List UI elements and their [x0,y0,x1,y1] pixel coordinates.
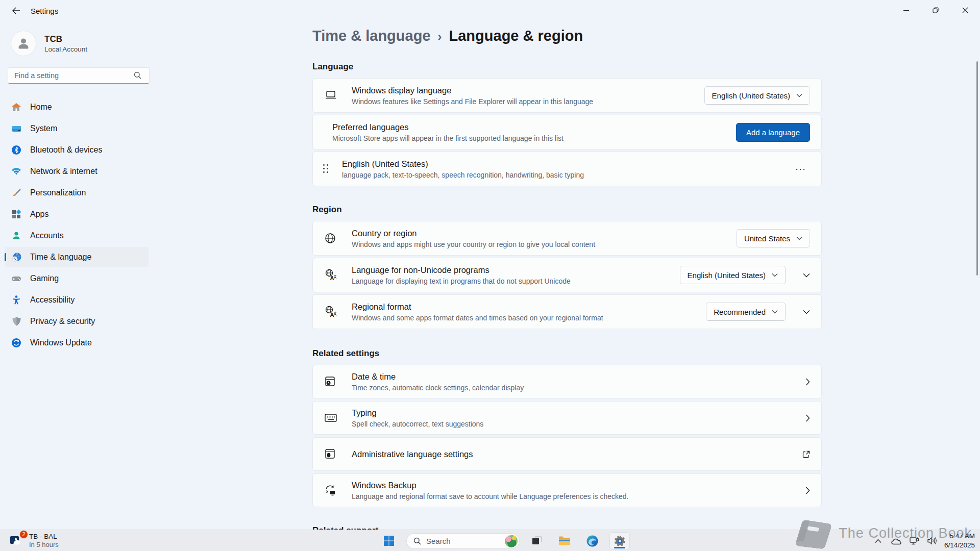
add-language-button[interactable]: Add a language [736,123,810,142]
chevron-down-icon [772,273,778,277]
task-view-icon [531,535,543,547]
row-preferred-languages: Preferred languages Microsoft Store apps… [312,115,822,149]
user-account[interactable]: TCB Local Account [5,27,149,67]
search-icon [413,537,421,545]
regional-format-dropdown[interactable]: Recommended [706,303,786,321]
bluetooth-icon [11,144,22,156]
sidebar-item-privacy-security[interactable]: Privacy & security [5,311,149,332]
sidebar-item-windows-update[interactable]: Windows Update [5,333,149,353]
settings-gear-icon [614,535,626,547]
avatar [11,31,36,56]
language-item-title: English (United States) [342,159,791,169]
restore-icon [933,7,939,13]
app-title: Settings [31,7,58,15]
row-non-unicode-language: A Language for non-Unicode programs Lang… [312,258,822,292]
section-heading-region: Region [312,205,980,215]
settings-app-button[interactable] [609,532,630,549]
sidebar-item-label: Personalization [30,188,86,197]
shield-icon [11,316,22,327]
dropdown-value: English (United States) [688,271,766,280]
breadcrumb-separator-icon: › [438,30,442,44]
restore-button[interactable] [921,0,950,20]
start-button[interactable] [379,532,399,549]
row-subtitle: Spell check, autocorrect, text suggestio… [352,420,798,428]
back-button[interactable] [7,4,24,17]
onedrive-cloud-icon[interactable] [891,534,902,547]
row-windows-display-language: Windows display language Windows feature… [312,78,822,113]
row-subtitle: Windows and some apps format dates and t… [352,314,706,322]
sidebar-item-apps[interactable]: Apps [5,204,149,224]
close-button[interactable] [950,0,980,20]
sidebar-item-label: Accounts [30,231,64,240]
language-list-item-english-us[interactable]: English (United States) language pack, t… [312,152,822,186]
sidebar-item-label: Apps [30,210,48,219]
volume-tray-icon[interactable] [926,534,938,547]
row-date-time[interactable]: Date & time Time zones, automatic clock … [312,365,822,398]
home-icon [11,102,22,113]
date-time-icon [324,375,341,388]
breadcrumb-parent[interactable]: Time & language [312,28,431,44]
non-unicode-dropdown[interactable]: English (United States) [680,266,786,284]
row-country-region: Country or region Windows and apps might… [312,221,822,256]
sidebar-item-accounts[interactable]: Accounts [5,226,149,246]
sidebar-item-label: Bluetooth & devices [30,145,102,155]
file-explorer-button[interactable] [554,532,575,549]
sidebar-item-accessibility[interactable]: Accessibility [5,290,149,310]
country-dropdown[interactable]: United States [737,229,810,247]
minimize-button[interactable] [891,0,921,20]
language-globe-icon: A [324,268,341,282]
chevron-right-icon [805,378,810,386]
clock[interactable]: 5:47 AM 6/14/2025 [944,532,975,549]
row-subtitle: Microsoft Store apps will appear in the … [332,134,736,142]
language-item-subtitle: language pack, text-to-speech, speech re… [342,171,791,179]
row-title: Date & time [352,372,798,382]
display-language-dropdown[interactable]: English (United States) [704,86,810,105]
row-subtitle: Windows features like Settings and File … [352,97,704,106]
network-tray-icon[interactable] [909,534,920,547]
external-link-icon [802,450,810,458]
more-options-button[interactable]: ··· [791,162,810,177]
section-heading-related-settings: Related settings [312,348,980,359]
chevron-up-icon [875,539,881,543]
sidebar-item-bluetooth-devices[interactable]: Bluetooth & devices [5,140,149,160]
sidebar-nav: Home System Bluetooth & devices Network … [5,97,149,353]
chevron-down-icon [803,273,810,278]
taskbar-search-box[interactable]: Search [406,533,520,549]
search-input[interactable] [8,67,150,84]
globe-icon [324,232,341,244]
sidebar-item-gaming[interactable]: Gaming [5,268,149,289]
row-subtitle: Time zones, automatic clock settings, ca… [352,384,798,392]
task-view-button[interactable] [527,532,547,549]
accessibility-icon [11,294,22,306]
row-typing[interactable]: Typing Spell check, autocorrect, text su… [312,401,822,435]
regional-format-icon: A [324,305,341,318]
minimize-icon [903,8,909,13]
row-regional-format: A Regional format Windows and some apps … [312,294,822,329]
sidebar-item-label: Accessibility [30,295,75,305]
sidebar-item-network-internet[interactable]: Network & internet [5,161,149,182]
widgets-button[interactable]: 2 TB - BAL In 5 hours [5,532,63,549]
tray-show-hidden-icons-button[interactable] [873,534,884,547]
edge-browser-button[interactable] [582,532,602,549]
expand-row-button[interactable] [793,310,810,314]
widget-subtitle: In 5 hours [29,541,59,548]
drag-handle-icon[interactable] [323,164,329,173]
row-title: Windows Backup [352,481,798,490]
sidebar-item-time-language[interactable]: Time & language [5,247,149,267]
row-subtitle: Language for displaying text in programs… [352,277,680,285]
backup-sync-icon [324,484,341,496]
sidebar-item-personalization[interactable]: Personalization [5,183,149,203]
user-name: TCB [44,34,87,44]
sidebar-item-system[interactable]: System [5,118,149,139]
row-administrative-language-settings[interactable]: Administrative language settings [312,437,822,471]
vertical-scrollbar[interactable] [976,61,978,276]
row-title: Language for non-Unicode programs [352,265,680,275]
sidebar-item-home[interactable]: Home [5,97,149,117]
sidebar-item-label: Windows Update [30,338,92,347]
row-windows-backup[interactable]: Windows Backup Language and regional for… [312,473,822,507]
system-icon [11,123,22,134]
row-subtitle: Language and regional format save to acc… [352,492,798,500]
expand-row-button[interactable] [793,273,810,278]
section-heading-language: Language [312,62,980,72]
admin-language-icon [324,448,341,460]
